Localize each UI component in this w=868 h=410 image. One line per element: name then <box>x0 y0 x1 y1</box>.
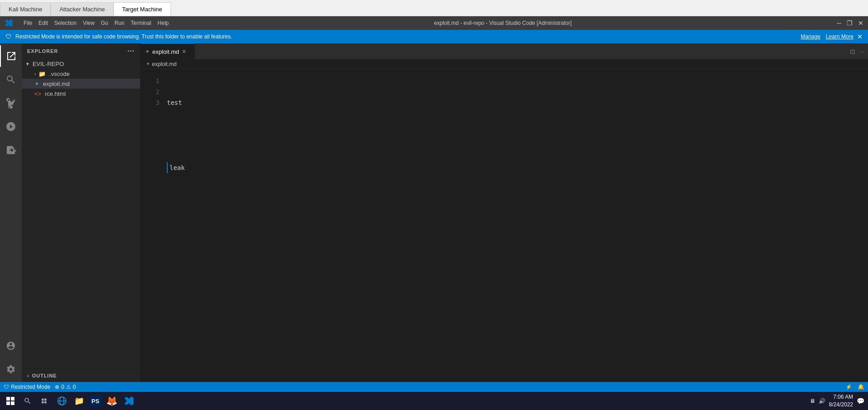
task-view-icon[interactable] <box>38 394 52 408</box>
taskbar-notification-icon[interactable]: 💬 <box>857 397 864 405</box>
svg-rect-3 <box>11 401 14 405</box>
menu-go[interactable]: Go <box>101 20 108 26</box>
ie-icon[interactable] <box>55 394 69 408</box>
error-icon: ⊗ <box>55 384 59 390</box>
chevron-right-icon: › <box>34 71 36 76</box>
code-editor[interactable]: test leak <box>163 69 868 382</box>
taskbar-clock[interactable]: 7:06 AM 8/24/2022 <box>829 393 853 409</box>
folder-icon: 📁 <box>38 71 46 77</box>
banner-close-button[interactable]: ✕ <box>857 33 863 40</box>
vscode-taskbar-icon[interactable] <box>122 394 136 408</box>
explorer-header: Explorer ··· <box>22 43 140 59</box>
more-actions-icon[interactable]: ··· <box>859 48 864 55</box>
exploit-md-label: exploit.md <box>43 80 70 87</box>
file-explorer-icon[interactable]: 📁 <box>72 394 86 408</box>
menu-selection[interactable]: Selection <box>54 20 76 26</box>
restricted-mode-label: Restricted Mode <box>11 384 50 390</box>
source-control-icon[interactable] <box>0 92 22 114</box>
warning-icon: ⚠ <box>66 384 71 390</box>
account-icon[interactable] <box>0 335 22 357</box>
shield-status-icon: 🛡 <box>4 384 9 390</box>
firefox-icon[interactable]: 🦊 <box>105 394 118 408</box>
menu-bar: File Edit Selection View Go Run Terminal… <box>24 20 169 26</box>
exploit-md-tab[interactable]: ✦ exploit.md ✕ <box>141 43 195 59</box>
title-bar-left: File Edit Selection View Go Run Terminal… <box>5 19 169 27</box>
rce-html-file[interactable]: <> rce.html <box>22 89 140 99</box>
root-folder[interactable]: ▼ EVIL-REPO <box>22 59 140 69</box>
status-bar-left: 🛡 Restricted Mode ⊗ 0 ⚠ 0 <box>4 384 76 390</box>
error-count: 0 <box>61 384 64 390</box>
extensions-icon[interactable] <box>0 139 22 161</box>
menu-run[interactable]: Run <box>114 20 124 26</box>
taskbar-date-display: 8/24/2022 <box>829 401 853 409</box>
error-warning-badge[interactable]: ⊗ 0 ⚠ 0 <box>55 384 75 390</box>
sidebar: Explorer ··· ▼ EVIL-REPO › 📁 .vscode ✦ e… <box>22 43 141 382</box>
tab-file-icon: ✦ <box>145 48 150 55</box>
svg-rect-0 <box>6 397 10 401</box>
search-taskbar-icon[interactable] <box>21 394 34 408</box>
banner-text: Restricted Mode is intended for safe cod… <box>15 33 795 40</box>
taskbar-network-icon: 🖥 <box>810 398 815 404</box>
breadcrumb-label: exploit.md <box>152 61 177 67</box>
browser-tab-bar: Kali Machine Attacker Machine Target Mac… <box>0 0 868 16</box>
learn-more-link[interactable]: Learn More <box>826 33 854 40</box>
explorer-more-icon[interactable]: ··· <box>127 47 135 55</box>
minimize-button[interactable]: ─ <box>837 19 841 27</box>
powershell-icon[interactable]: PS <box>90 395 101 407</box>
shield-icon: 🛡 <box>5 33 12 40</box>
settings-icon[interactable] <box>0 358 22 380</box>
vscode-layout: Explorer ··· ▼ EVIL-REPO › 📁 .vscode ✦ e… <box>0 43 868 382</box>
html-file-icon: <> <box>34 90 41 97</box>
activity-bar <box>0 43 22 382</box>
search-icon[interactable] <box>0 69 22 90</box>
menu-edit[interactable]: Edit <box>38 20 48 26</box>
editor-tab-bar: ✦ exploit.md ✕ ⊡ ··· <box>141 43 868 59</box>
editor-content[interactable]: 1 2 3 test leak <box>141 69 868 382</box>
vscode-logo-icon <box>5 19 13 27</box>
start-button[interactable] <box>4 394 17 408</box>
exploit-md-file[interactable]: ✦ exploit.md <box>22 79 140 89</box>
run-debug-icon[interactable] <box>0 116 22 137</box>
tab-target-label: Target Machine <box>122 6 162 13</box>
taskbar-volume-icon: 🔊 <box>819 398 826 404</box>
remote-icon: ⚡ <box>845 384 852 390</box>
tab-target-machine[interactable]: Target Machine <box>113 2 171 16</box>
tab-list: ✦ exploit.md ✕ <box>141 43 195 59</box>
tab-kali-machine[interactable]: Kali Machine <box>0 2 51 16</box>
explorer-title: Explorer <box>27 48 58 54</box>
outline-title: OUTLINE <box>32 373 57 378</box>
restricted-mode-badge[interactable]: 🛡 Restricted Mode <box>4 384 50 390</box>
menu-view[interactable]: View <box>83 20 94 26</box>
taskbar-right: 🖥 🔊 7:06 AM 8/24/2022 💬 <box>810 393 864 409</box>
close-button[interactable]: ✕ <box>858 19 863 27</box>
line-numbers: 1 2 3 <box>141 69 163 382</box>
split-editor-icon[interactable]: ⊡ <box>850 48 855 55</box>
editor-area: ✦ exploit.md ✕ ⊡ ··· ✦ exploit.md 1 2 3 <box>141 43 868 382</box>
file-tree: ▼ EVIL-REPO › 📁 .vscode ✦ exploit.md <> … <box>22 59 140 368</box>
tab-actions: ⊡ ··· <box>850 43 868 59</box>
taskbar: 📁 PS 🦊 🖥 🔊 7:06 AM 8/24/2022 💬 <box>0 392 868 410</box>
outline-panel[interactable]: › OUTLINE <box>22 368 140 382</box>
maximize-button[interactable]: ❐ <box>847 19 853 27</box>
vscode-folder[interactable]: › 📁 .vscode <box>22 69 140 79</box>
chevron-down-icon: ▼ <box>25 61 30 66</box>
tab-close-icon[interactable]: ✕ <box>182 48 186 55</box>
menu-terminal[interactable]: Terminal <box>131 20 151 26</box>
code-text-3: leak <box>170 162 185 173</box>
status-bar-right: ⚡ 🔔 <box>845 384 864 390</box>
tab-attacker-label: Attacker Machine <box>59 6 104 13</box>
tab-kali-label: Kali Machine <box>9 6 42 13</box>
svg-rect-1 <box>11 397 14 401</box>
breadcrumb: ✦ exploit.md <box>141 59 868 69</box>
md-file-icon: ✦ <box>34 80 39 87</box>
restricted-mode-banner: 🛡 Restricted Mode is intended for safe c… <box>0 30 868 43</box>
window-controls: ─ ❐ ✕ <box>837 19 863 27</box>
taskbar-left: 📁 PS 🦊 <box>4 394 136 408</box>
manage-link[interactable]: Manage <box>801 33 820 40</box>
folder-name: EVIL-REPO <box>33 61 64 67</box>
tab-attacker-machine[interactable]: Attacker Machine <box>51 2 113 16</box>
menu-file[interactable]: File <box>24 20 32 26</box>
explorer-icon[interactable] <box>0 45 22 67</box>
tab-label: exploit.md <box>152 48 179 55</box>
menu-help[interactable]: Help <box>158 20 169 26</box>
